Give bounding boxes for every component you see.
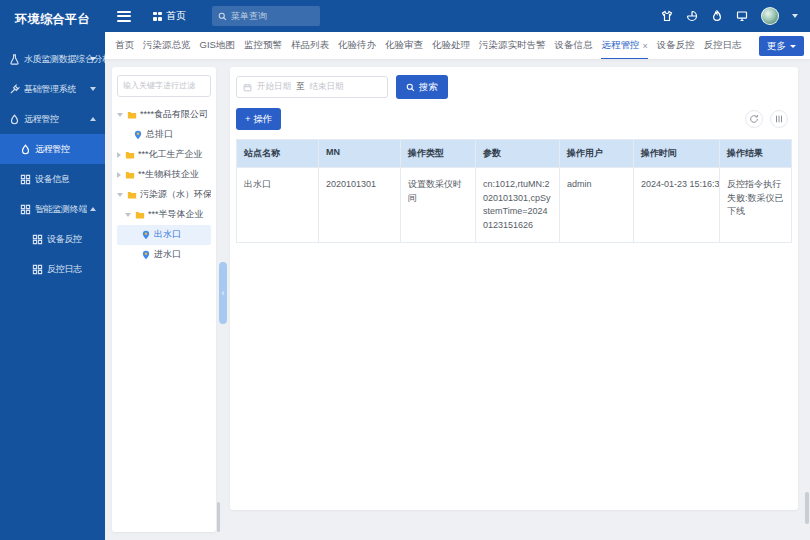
search-button[interactable]: 搜索 xyxy=(396,75,448,99)
chevron-down-icon xyxy=(90,87,96,91)
tab-device-info[interactable]: 设备信息 xyxy=(554,32,592,60)
chevron-up-icon xyxy=(90,207,96,211)
tab-monitor-warning[interactable]: 监控预警 xyxy=(244,32,282,60)
more-tabs-button[interactable]: 更多 xyxy=(759,36,804,56)
close-icon[interactable]: × xyxy=(642,41,647,51)
table-header-row: 站点名称 MN 操作类型 参数 操作用户 操作时间 操作结果 xyxy=(237,140,791,167)
flame-icon[interactable] xyxy=(711,10,723,22)
menu-search[interactable] xyxy=(212,6,320,26)
sidebar-item-smart-terminal[interactable]: 智能监测终端 xyxy=(0,194,105,224)
sidebar-item-basic-management[interactable]: 基础管理系统 xyxy=(0,74,105,104)
user-menu-chevron-icon[interactable] xyxy=(792,14,798,18)
cell-operation-time: 2024-01-23 15:16:30 xyxy=(634,168,720,242)
sidebar-nav: 水质监测数据综合分析 基础管理系统 远程管控 xyxy=(0,44,105,284)
tree-node-company-chemical[interactable]: ***化工生产企业 xyxy=(117,145,211,165)
refresh-icon xyxy=(749,114,759,124)
dashboard-pie-icon[interactable] xyxy=(686,10,698,22)
tab-reverse-control-log[interactable]: 反控日志 xyxy=(704,32,742,60)
sidebar-item-reverse-control-log[interactable]: 反控日志 xyxy=(0,254,105,284)
table-header-cell: 参数 xyxy=(476,140,560,167)
chevron-down-icon xyxy=(790,45,796,48)
cell-site-name: 出水口 xyxy=(237,168,319,242)
column-settings-button[interactable] xyxy=(770,110,788,128)
table-header-cell: 操作用户 xyxy=(560,140,634,167)
flask-icon xyxy=(9,54,20,65)
folder-icon xyxy=(127,190,137,200)
home-grid-icon xyxy=(153,12,162,21)
tree-scrollbar-thumb[interactable] xyxy=(217,502,220,532)
tab-home[interactable]: 首页 xyxy=(115,32,134,60)
tree-expand-icon[interactable] xyxy=(117,193,123,197)
tree-node-company-food[interactable]: ****食品有限公司 xyxy=(117,105,211,125)
tree-node-label: 出水口 xyxy=(154,228,181,241)
drop-icon xyxy=(20,144,31,155)
cell-mn: 2020101301 xyxy=(319,168,401,242)
sidebar-item-remote-control[interactable]: 远程管控 xyxy=(0,134,105,164)
content-area: ****食品有限公司 总排口 ***化工生产企业 xyxy=(105,60,810,540)
menu-search-input[interactable] xyxy=(231,11,301,21)
tree-node-main-outlet[interactable]: 总排口 xyxy=(117,125,211,145)
sidebar-item-water-quality-analysis[interactable]: 水质监测数据综合分析 xyxy=(0,44,105,74)
tab-sample-list[interactable]: 样品列表 xyxy=(291,32,329,60)
tab-device-reverse-control[interactable]: 设备反控 xyxy=(657,32,695,60)
tab-realtime-alarm[interactable]: 污染源实时告警 xyxy=(479,32,546,60)
pin-icon xyxy=(141,230,151,240)
main-scrollbar-thumb[interactable] xyxy=(805,492,809,524)
tree-expand-icon[interactable] xyxy=(117,113,123,117)
table-header-cell: 操作结果 xyxy=(720,140,791,167)
monitor-icon[interactable] xyxy=(736,10,748,22)
tab-lab-process[interactable]: 化验处理 xyxy=(432,32,470,60)
tree-filter-input[interactable] xyxy=(117,75,211,97)
breadcrumb[interactable]: 首页 xyxy=(153,9,186,23)
tree-collapse-icon[interactable] xyxy=(117,152,121,158)
folder-icon xyxy=(125,170,135,180)
tree-expand-icon[interactable] xyxy=(125,213,131,217)
sidebar-item-label: 设备信息 xyxy=(35,173,70,186)
operate-button[interactable]: + 操作 xyxy=(236,108,281,130)
tab-gis-map[interactable]: GIS地图 xyxy=(200,32,235,60)
avatar[interactable] xyxy=(761,7,779,25)
table-row[interactable]: 出水口 2020101301 设置数采仪时间 cn:1012,rtuMN:202… xyxy=(237,167,791,242)
tab-remote-control[interactable]: 远程管控 × xyxy=(601,32,647,60)
panel-collapse-handle[interactable]: ‹ xyxy=(219,262,227,324)
tree-node-label: **生物科技企业 xyxy=(138,168,199,181)
sidebar: 环境综合平台 水质监测数据综合分析 基础管理系统 远程管 xyxy=(0,0,105,540)
sidebar-item-label: 远程管控 xyxy=(35,143,70,156)
drop-icon xyxy=(9,114,20,125)
tree-node-outlet[interactable]: 出水口 xyxy=(117,225,211,245)
operations-table: 站点名称 MN 操作类型 参数 操作用户 操作时间 操作结果 出水口 20201… xyxy=(236,139,792,243)
tree-node-water-bureau[interactable]: 污染源（水）环保局 xyxy=(117,185,211,205)
sidebar-item-device-reverse-control[interactable]: 设备反控 xyxy=(0,224,105,254)
header-actions xyxy=(661,7,798,25)
tree-node-label: ****食品有限公司 xyxy=(140,108,208,121)
tree-node-company-bio[interactable]: **生物科技企业 xyxy=(117,165,211,185)
tree-node-company-semiconductor[interactable]: ***半导体企业 xyxy=(117,205,211,225)
pin-icon xyxy=(133,130,143,140)
filter-toolbar: 开始日期 至 结束日期 搜索 xyxy=(236,75,792,99)
cell-operator: admin xyxy=(560,168,634,242)
table-header-cell: 操作时间 xyxy=(634,140,720,167)
collapse-chevron-icon: ‹ xyxy=(222,288,225,298)
tree-collapse-icon[interactable] xyxy=(117,172,121,178)
date-range-input[interactable]: 开始日期 至 结束日期 xyxy=(236,76,388,98)
tree-node-label: ***化工生产企业 xyxy=(138,148,203,161)
range-separator: 至 xyxy=(296,81,305,93)
tree-node-label: 进水口 xyxy=(154,248,181,261)
breadcrumb-label: 首页 xyxy=(166,9,186,23)
refresh-button[interactable] xyxy=(745,110,763,128)
tab-lab-review[interactable]: 化验审查 xyxy=(385,32,423,60)
search-icon xyxy=(218,12,227,21)
grid-icon xyxy=(32,264,43,275)
tab-lab-todo[interactable]: 化验待办 xyxy=(338,32,376,60)
columns-icon xyxy=(774,114,784,124)
grid-icon xyxy=(32,234,43,245)
sidebar-item-remote-control-group[interactable]: 远程管控 xyxy=(0,104,105,134)
tree-node-inlet[interactable]: 进水口 xyxy=(117,245,211,265)
tab-pollution-overview[interactable]: 污染源总览 xyxy=(143,32,191,60)
sidebar-item-label: 设备反控 xyxy=(47,233,82,246)
theme-shirt-icon[interactable] xyxy=(661,10,673,22)
tree-node-label: 总排口 xyxy=(146,128,173,141)
sidebar-item-device-info[interactable]: 设备信息 xyxy=(0,164,105,194)
menu-toggle-icon[interactable] xyxy=(117,11,131,22)
cell-params: cn:1012,rtuMN:2020101301,cpSystemTime=20… xyxy=(476,168,560,242)
